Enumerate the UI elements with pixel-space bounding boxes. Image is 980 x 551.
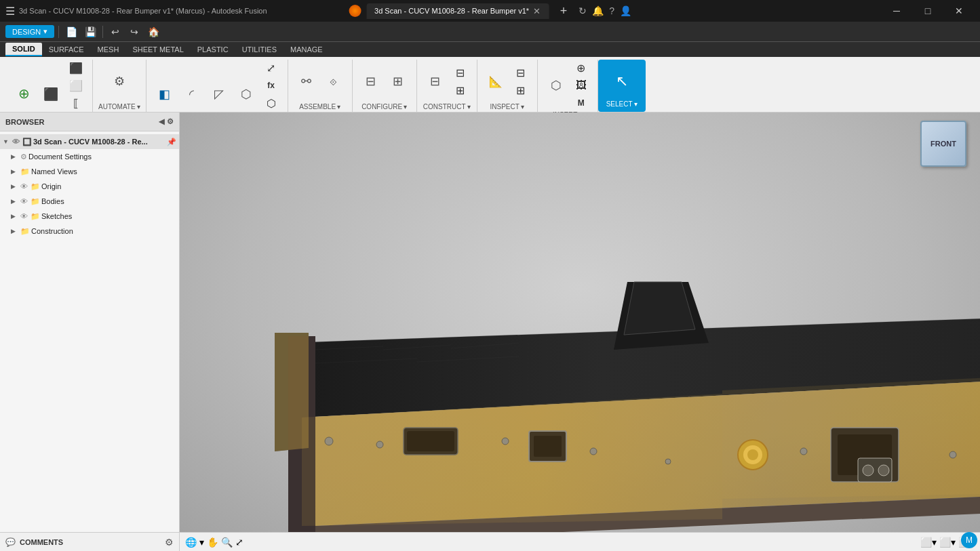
- configure-tool-1[interactable]: ⊟: [358, 65, 384, 98]
- camera-btn[interactable]: ▾: [199, 537, 204, 548]
- named-views-label: Named Views: [31, 167, 77, 176]
- tree-item-bodies[interactable]: ▶ 👁 📁 Bodies: [0, 194, 179, 209]
- as-built-joint-tool[interactable]: ⟐: [321, 65, 347, 98]
- nav-bar-btn[interactable]: 🌐: [185, 537, 197, 548]
- browser-title: BROWSER: [5, 118, 44, 126]
- tab-title-text: 3d Scan - CUCV M1008-28 - Rear Bumper v1…: [374, 7, 529, 15]
- tree-item-document-settings[interactable]: ▶ ⚙ Document Settings: [0, 149, 179, 164]
- insert-sm-1[interactable]: ⊕: [570, 60, 592, 76]
- browser-settings-btn[interactable]: ⚙: [167, 117, 174, 126]
- inspect-sm-1[interactable]: ⊟: [510, 64, 532, 81]
- configure-tool-2[interactable]: ⊞: [385, 65, 411, 98]
- account-icon[interactable]: 👤: [620, 5, 631, 16]
- sketches-icon: 📁: [31, 212, 40, 221]
- tree-item-construction[interactable]: ▶ 📁 Construction: [0, 224, 179, 239]
- construct-sm-1[interactable]: ⊟: [450, 64, 471, 81]
- tab-utilities[interactable]: UTILITIES: [235, 43, 283, 56]
- tree-item-origin[interactable]: ▶ 👁 📁 Origin: [0, 179, 179, 194]
- viewport-background: [180, 113, 980, 551]
- inspect-sm-2[interactable]: ⊞: [510, 82, 532, 98]
- modify-sm-2[interactable]: fx: [260, 77, 282, 94]
- joint-tool[interactable]: ⚯: [294, 65, 319, 98]
- origin-eye-icon[interactable]: 👁: [20, 182, 28, 190]
- bodies-eye-icon[interactable]: 👁: [20, 197, 28, 205]
- zoom-fit-btn[interactable]: ⤢: [235, 537, 243, 548]
- viewport[interactable]: FRONT 🌐 ▾ ✋ 🔍 ⤢ ⬜▾ ⬜▾ ⬜▾ M: [180, 113, 980, 551]
- shell-tool[interactable]: ⬡: [233, 78, 259, 110]
- tab-mesh[interactable]: MESH: [91, 43, 126, 56]
- origin-label: Origin: [41, 182, 61, 190]
- select-group-label[interactable]: SELECT ▾: [606, 100, 638, 109]
- app-menu-icon[interactable]: ☰: [5, 5, 15, 18]
- tab-manage[interactable]: MANAGE: [283, 43, 330, 56]
- tab-sheetmetal[interactable]: SHEET METAL: [125, 43, 190, 56]
- zoom-btn[interactable]: 🔍: [221, 537, 233, 548]
- home-nav-btn[interactable]: 🏠: [145, 24, 161, 40]
- ribbon-group-assemble: ⚯ ⟐ ASSEMBLE ▾: [288, 60, 353, 112]
- modify-sm-3[interactable]: ⬡: [260, 95, 282, 111]
- automate-tool[interactable]: ⚙: [106, 65, 132, 98]
- viewcube[interactable]: FRONT: [918, 118, 972, 172]
- user-status-btn[interactable]: M: [961, 532, 977, 548]
- tab-solid[interactable]: SOLID: [5, 43, 42, 56]
- insert-mesh-tool[interactable]: ⬡: [543, 69, 569, 102]
- measure-tool[interactable]: 📐: [483, 65, 509, 98]
- comments-section: 💬 COMMENTS: [5, 537, 63, 547]
- tree-item-named-views[interactable]: ▶ 📁 Named Views: [0, 164, 179, 179]
- maximize-btn[interactable]: □: [912, 0, 943, 22]
- inspect-small-tools: ⊟ ⊞: [510, 64, 532, 98]
- insert-sm-3[interactable]: M: [570, 95, 592, 111]
- select-tools: ↖: [609, 62, 635, 100]
- offset-plane-tool[interactable]: ⊟: [423, 65, 448, 98]
- browser-collapse-btn[interactable]: ◀: [159, 117, 164, 126]
- tab-plastic[interactable]: PLASTIC: [191, 43, 235, 56]
- tab-close-btn[interactable]: ✕: [533, 6, 541, 16]
- fillet-tool[interactable]: ◜: [179, 78, 205, 110]
- create-small-1[interactable]: ⬛: [65, 60, 87, 76]
- chamfer-tool[interactable]: ◸: [206, 78, 232, 110]
- ribbon-group-modify: ◧ ◜ ◸ ⬡ ⤢ fx ⬡ ⬜ MODIFY ▾: [146, 60, 288, 112]
- sketches-eye-icon[interactable]: 👁: [20, 212, 28, 220]
- comments-settings-btn[interactable]: ⚙: [165, 537, 174, 548]
- as-built-icon: ⟐: [330, 75, 337, 89]
- refresh-icon[interactable]: ↻: [579, 5, 587, 16]
- tree-root-item[interactable]: ▼ 👁 🔲 3d Scan - CUCV M1008-28 - Re... 📌: [0, 134, 179, 149]
- inspect-group-label[interactable]: INSPECT ▾: [490, 103, 524, 112]
- construct-group-label[interactable]: CONSTRUCT ▾: [423, 103, 471, 112]
- configure-group-label[interactable]: CONFIGURE ▾: [361, 103, 407, 112]
- modify-sm-1[interactable]: ⤢: [260, 60, 282, 76]
- help-icon[interactable]: ?: [609, 5, 614, 16]
- press-pull-tool[interactable]: ◧: [152, 78, 178, 110]
- ribbon-group-construct: ⊟ ⊟ ⊞ CONSTRUCT ▾: [417, 60, 477, 112]
- viewcube-front[interactable]: FRONT: [920, 121, 966, 167]
- qa-sep-2: [102, 26, 103, 38]
- close-btn[interactable]: ✕: [943, 0, 975, 22]
- root-pin-icon[interactable]: 📌: [167, 138, 176, 146]
- new-tab-btn[interactable]: +: [554, 1, 573, 20]
- visual-style-btn[interactable]: ⬜▾: [939, 537, 956, 548]
- new-file-btn[interactable]: 📄: [63, 24, 79, 40]
- home-icon[interactable]: 🔔: [592, 5, 604, 16]
- minimize-btn[interactable]: ─: [881, 0, 912, 22]
- automate-group-label[interactable]: AUTOMATE ▾: [98, 103, 140, 112]
- pan-btn[interactable]: ✋: [207, 537, 218, 548]
- insert-sm-2[interactable]: 🖼: [570, 77, 592, 94]
- undo-btn[interactable]: ↩: [107, 24, 123, 40]
- create-small-3[interactable]: ⟦: [65, 95, 87, 111]
- select-tool[interactable]: ↖: [609, 65, 635, 98]
- display-mode-btn[interactable]: ⬜▾: [920, 537, 937, 548]
- save-btn[interactable]: 💾: [82, 24, 98, 40]
- tab-title-container: 3d Scan - CUCV M1008-28 - Rear Bumper v1…: [366, 3, 549, 19]
- new-component-tool[interactable]: ⊕: [11, 78, 37, 110]
- assemble-group-label[interactable]: ASSEMBLE ▾: [299, 103, 340, 112]
- main-area: BROWSER ◀ ⚙ ▼ 👁 🔲 3d Scan - CUCV M1008-2…: [0, 113, 980, 551]
- ribbon-toolbar: ⊕ ⬛ ⬛ ⬜ ⟦ ⬡ CREATE ▾ ⚙ AUTOMATE: [0, 57, 980, 113]
- tree-item-sketches[interactable]: ▶ 👁 📁 Sketches: [0, 209, 179, 224]
- extrude-tool[interactable]: ⬛: [38, 78, 64, 110]
- root-visibility-icon[interactable]: 👁: [12, 138, 20, 146]
- construct-sm-2[interactable]: ⊞: [450, 82, 471, 98]
- tab-surface[interactable]: SURFACE: [42, 43, 91, 56]
- design-workspace-btn[interactable]: DESIGN ▾: [5, 25, 54, 38]
- create-small-2[interactable]: ⬜: [65, 77, 87, 94]
- redo-btn[interactable]: ↪: [126, 24, 142, 40]
